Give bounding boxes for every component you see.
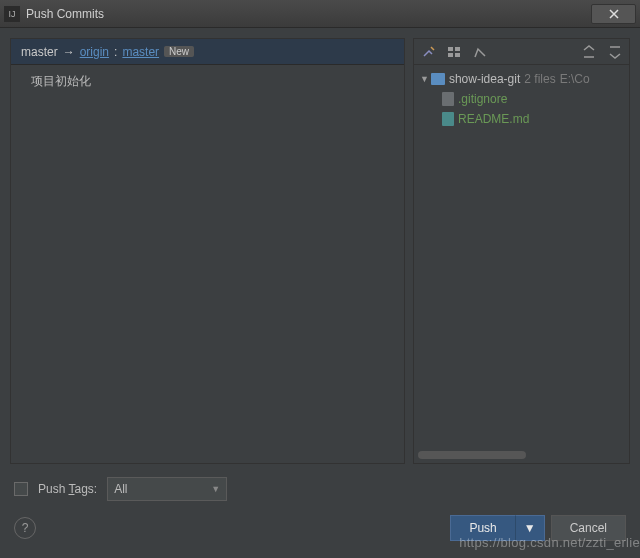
chevron-down-icon: ▼: [524, 521, 536, 535]
titlebar: IJ Push Commits: [0, 0, 640, 28]
file-icon: [442, 92, 454, 106]
tree-file-row[interactable]: .gitignore: [416, 89, 627, 109]
tree-file-name: .gitignore: [458, 92, 507, 106]
push-dropdown-button[interactable]: ▼: [515, 515, 545, 541]
remote-name-link[interactable]: origin: [80, 45, 109, 59]
new-badge: New: [164, 46, 194, 57]
push-button-label: Push: [469, 521, 496, 535]
collapse-all-icon[interactable]: [607, 44, 623, 60]
folder-icon: [431, 73, 445, 85]
branch-bar[interactable]: master → origin : master New: [11, 39, 404, 65]
svg-rect-1: [455, 47, 460, 51]
chevron-down-icon[interactable]: ▼: [420, 74, 429, 84]
svg-rect-0: [448, 47, 453, 51]
dialog-footer: ? Push ▼ Cancel: [10, 508, 630, 548]
expand-all-icon[interactable]: [581, 44, 597, 60]
help-button[interactable]: ?: [14, 517, 36, 539]
chevron-down-icon: ▼: [211, 484, 220, 494]
markdown-file-icon: [442, 112, 454, 126]
push-tags-combo[interactable]: All ▼: [107, 477, 227, 501]
diff-icon[interactable]: [420, 44, 436, 60]
files-toolbar: [414, 39, 629, 65]
options-row: Push Tags: All ▼: [10, 470, 630, 508]
close-icon: [609, 9, 619, 19]
push-tags-label[interactable]: Push Tags:: [38, 482, 97, 496]
tree-file-row[interactable]: README.md: [416, 109, 627, 129]
tree-root-count: 2 files: [524, 72, 555, 86]
push-tags-checkbox[interactable]: [14, 482, 28, 496]
branch-sep: :: [114, 45, 117, 59]
close-button[interactable]: [591, 4, 636, 24]
commits-panel: master → origin : master New 项目初始化: [10, 38, 405, 464]
push-tags-value: All: [114, 482, 127, 496]
file-tree[interactable]: ▼ show-idea-git 2 files E:\Co .gitignore…: [414, 65, 629, 463]
commit-item[interactable]: 项目初始化: [31, 71, 384, 92]
tree-root-path: E:\Co: [560, 72, 590, 86]
svg-rect-3: [455, 53, 460, 57]
svg-rect-2: [448, 53, 453, 57]
scrollbar-thumb[interactable]: [418, 451, 526, 459]
tree-file-name: README.md: [458, 112, 529, 126]
horizontal-scrollbar[interactable]: [418, 451, 625, 459]
cancel-button[interactable]: Cancel: [551, 515, 626, 541]
arrow-icon: →: [63, 45, 75, 59]
commit-list[interactable]: 项目初始化: [11, 65, 404, 463]
tree-root-name: show-idea-git: [449, 72, 520, 86]
app-icon: IJ: [4, 6, 20, 22]
cancel-button-label: Cancel: [570, 521, 607, 535]
push-button[interactable]: Push: [450, 515, 514, 541]
tree-root-row[interactable]: ▼ show-idea-git 2 files E:\Co: [416, 69, 627, 89]
files-panel: ▼ show-idea-git 2 files E:\Co .gitignore…: [413, 38, 630, 464]
tracking-branch-link[interactable]: master: [122, 45, 159, 59]
revert-icon[interactable]: [472, 44, 488, 60]
window-title: Push Commits: [26, 7, 591, 21]
group-by-icon[interactable]: [446, 44, 462, 60]
local-branch-label: master: [21, 45, 58, 59]
